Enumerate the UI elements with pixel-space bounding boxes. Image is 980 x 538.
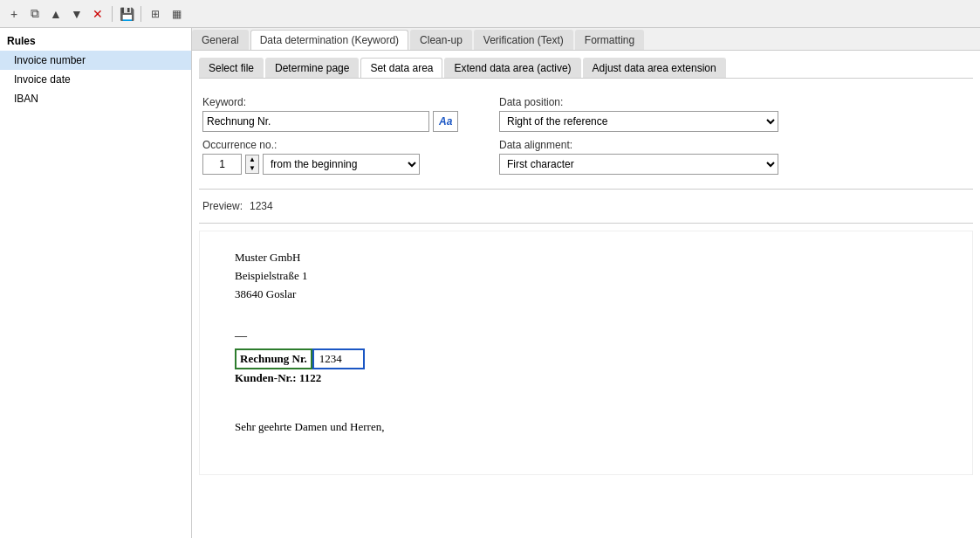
data-alignment-group: Data alignment: First character Last cha… [499, 139, 778, 175]
spin-up-button[interactable]: ▲ [246, 155, 258, 164]
data-position-select[interactable]: Right of the reference Left of the refer… [499, 111, 778, 132]
move-up-icon: ▲ [50, 7, 62, 21]
keyword-label: Keyword: [202, 96, 482, 108]
doc-data-box: 1234 [312, 348, 365, 369]
add-button[interactable]: + [5, 5, 23, 23]
data-alignment-select[interactable]: First character Last character [499, 154, 778, 175]
sidebar-item-invoice-number[interactable]: Invoice number [0, 51, 191, 70]
preview-row: Preview: 1234 [199, 197, 973, 216]
copy-button[interactable]: ⧉ [26, 5, 44, 23]
separator-1 [112, 6, 113, 22]
grid-icon: ⊞ [151, 8, 160, 20]
doc-invoice-line: Rechnung Nr. 1234 [235, 348, 937, 369]
save-icon: 💾 [120, 7, 134, 21]
toolbar: + ⧉ ▲ ▼ ✕ 💾 ⊞ ▦ [0, 0, 980, 28]
occurrence-spinner[interactable]: ▲ ▼ [245, 155, 259, 174]
occurrence-input[interactable] [202, 154, 242, 175]
from-beginning-select[interactable]: from the beginning from the end [263, 154, 420, 175]
grid2-button[interactable]: ▦ [168, 5, 185, 23]
preview-value: 1234 [250, 200, 273, 212]
keyword-group: Keyword: Aa [202, 96, 482, 132]
separator-2 [140, 6, 141, 22]
content-area: General Data determination (Keyword) Cle… [192, 28, 980, 538]
document-preview: Muster GmbH Beispielstraße 1 38640 Gosla… [199, 231, 973, 475]
subtab-adjust-data-area[interactable]: Adjust data area extension [583, 58, 726, 78]
divider-2 [199, 223, 973, 224]
subtab-extend-data-area[interactable]: Extend data area (active) [444, 58, 580, 78]
subtab-select-file[interactable]: Select file [199, 58, 264, 78]
spin-down-button[interactable]: ▼ [246, 164, 258, 173]
form-area: Keyword: Aa Occurrence no.: [199, 89, 973, 182]
tab-data-determination[interactable]: Data determination (Keyword) [250, 30, 408, 50]
tab-cleanup[interactable]: Clean-up [410, 30, 472, 50]
delete-icon: ✕ [93, 7, 103, 21]
delete-button[interactable]: ✕ [89, 5, 106, 23]
occurrence-label: Occurrence no.: [202, 139, 482, 151]
move-up-button[interactable]: ▲ [47, 5, 65, 23]
subtab-determine-page[interactable]: Determine page [265, 58, 359, 78]
form-right: Data position: Right of the reference Le… [499, 96, 778, 175]
preview-label: Preview: [202, 200, 243, 212]
sidebar-title: Rules [0, 31, 191, 51]
divider-1 [199, 189, 973, 190]
tab-general[interactable]: General [192, 30, 249, 50]
occurrence-group: Occurrence no.: ▲ ▼ from the beginning f… [202, 139, 482, 175]
sidebar-item-iban[interactable]: IBAN [0, 89, 191, 108]
doc-greeting: Sehr geehrte Damen und Herren, [235, 420, 937, 434]
keyword-input[interactable] [202, 111, 429, 132]
grid2-icon: ▦ [172, 8, 182, 20]
main-tab-bar: General Data determination (Keyword) Cle… [192, 28, 980, 51]
data-position-group: Data position: Right of the reference Le… [499, 96, 778, 132]
save-button[interactable]: 💾 [118, 5, 135, 23]
doc-street: Beispielstraße 1 [235, 267, 937, 286]
data-alignment-label: Data alignment: [499, 139, 778, 151]
add-icon: + [10, 7, 17, 21]
aa-button[interactable]: Aa [433, 111, 458, 132]
sub-tab-bar: Select file Determine page Set data area… [199, 58, 973, 79]
doc-keyword-text: Rechnung Nr. [240, 352, 307, 365]
doc-kunden: Kunden-Nr.: 1122 [235, 371, 937, 385]
doc-data-text: 1234 [319, 352, 342, 365]
grid-button[interactable]: ⊞ [147, 5, 164, 23]
move-down-icon: ▼ [71, 7, 83, 21]
sidebar-item-invoice-date[interactable]: Invoice date [0, 70, 191, 89]
doc-company: Muster GmbH [235, 249, 937, 267]
panel-area: Select file Determine page Set data area… [192, 51, 980, 538]
tab-verification[interactable]: Verification (Text) [474, 30, 573, 50]
doc-address: Muster GmbH Beispielstraße 1 38640 Gosla… [235, 249, 937, 303]
tab-formatting[interactable]: Formatting [575, 30, 644, 50]
doc-city: 38640 Goslar [235, 286, 937, 304]
doc-keyword-box: Rechnung Nr. [235, 348, 312, 369]
move-down-button[interactable]: ▼ [68, 5, 86, 23]
doc-dash: — [235, 329, 937, 343]
subtab-set-data-area[interactable]: Set data area [360, 58, 442, 78]
data-position-label: Data position: [499, 96, 778, 108]
sidebar: Rules Invoice number Invoice date IBAN [0, 28, 192, 538]
form-left: Keyword: Aa Occurrence no.: [202, 96, 482, 175]
copy-icon: ⧉ [31, 6, 39, 21]
